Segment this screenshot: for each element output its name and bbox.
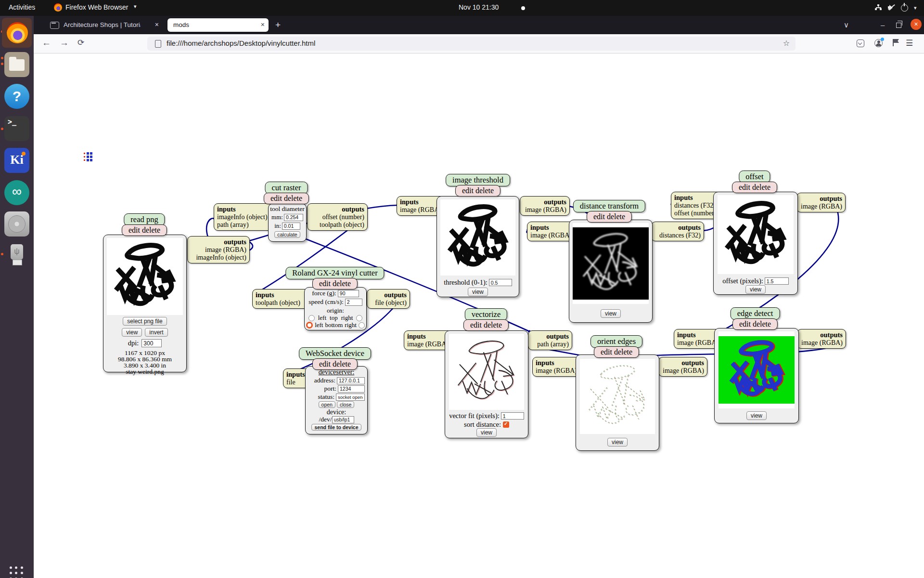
vinyl-cutter-outputs[interactable]: outputs file (object) (367, 289, 410, 309)
back-icon[interactable]: ← (42, 38, 51, 48)
vectorize-outputs[interactable]: outputs path (array) (528, 330, 572, 350)
volume-muted-icon[interactable] (888, 4, 895, 11)
sort-distance-checkbox[interactable] (503, 421, 509, 428)
vinyl-cutter-module: force (g): speed (cm/s): origin: left to… (304, 287, 367, 330)
io-line: imageInfo (object) (191, 254, 246, 262)
origin-bottom-left-radio[interactable] (306, 322, 313, 328)
origin-top-left-radio[interactable] (308, 315, 315, 321)
pocket-icon[interactable] (857, 39, 864, 47)
dock-item-help[interactable]: ? (4, 84, 29, 109)
tab-mods[interactable]: mods × (167, 18, 269, 32)
read-png-outputs[interactable]: outputs image (RGBA) imageInfo (object) (187, 236, 250, 263)
open-button[interactable]: open (319, 401, 335, 408)
io-header: inputs (536, 359, 554, 367)
origin-bottom-right-radio[interactable] (359, 322, 365, 328)
desktop: Activities Firefox Web Browser ▾ Nov 10 … (0, 0, 924, 578)
system-menu-chevron-icon[interactable]: ▾ (914, 5, 917, 11)
restore-button[interactable] (896, 23, 901, 28)
vector-fit-input[interactable] (501, 412, 524, 420)
url-bar[interactable]: file:///home/archshops/Desktop/vinylcutt… (147, 37, 796, 51)
dpi-input[interactable] (141, 339, 162, 347)
speed-input[interactable] (345, 299, 362, 306)
offset-input[interactable] (765, 277, 789, 285)
distance-transform-inputs[interactable]: inputs image (RGBA) (527, 222, 575, 241)
select-png-file-button[interactable]: select png file (123, 317, 167, 326)
image-threshold-outputs[interactable]: outputs image (RGBA) (520, 196, 570, 216)
dock-item-arduino[interactable]: ∞ (4, 180, 29, 205)
extensions-icon[interactable] (893, 39, 894, 46)
image-threshold-view-button[interactable]: view (468, 288, 488, 296)
orient-edges-outputs[interactable]: outputs image (RGBA) (658, 357, 707, 377)
invert-button[interactable]: invert (145, 328, 167, 337)
new-tab-button[interactable]: + (275, 20, 281, 30)
vinyl-cutter-edit-delete[interactable]: edit delete (312, 278, 358, 289)
edge-detect-view-button[interactable]: view (746, 411, 767, 420)
mm-input[interactable] (284, 214, 303, 221)
bookmark-star-icon[interactable]: ☆ (783, 39, 790, 48)
reload-icon[interactable]: ⟳ (77, 38, 84, 48)
files-running-dot (1, 57, 3, 59)
force-input[interactable] (338, 290, 359, 297)
dock-item-terminal[interactable]: >_ (4, 116, 29, 141)
edge-detect-outputs[interactable]: outputs image (RGBA) (797, 329, 846, 349)
cut-raster-outputs[interactable]: outputs offset (number) toolpath (object… (307, 203, 368, 231)
read-png-edit-delete[interactable]: edit delete (122, 224, 167, 236)
vectorize-edit-delete[interactable]: edit delete (463, 319, 509, 331)
dock-item-kicad[interactable]: Ki (4, 148, 29, 173)
network-icon[interactable] (875, 4, 882, 11)
in-input[interactable] (282, 223, 300, 230)
offset-outputs[interactable]: outputs image (RGBA) (796, 193, 846, 212)
distance-transform-outputs[interactable]: outputs distances (F32) (651, 222, 704, 241)
mods-logo-icon[interactable] (83, 152, 93, 162)
device-input[interactable] (332, 416, 354, 423)
offset-view-button[interactable]: view (745, 285, 766, 294)
io-header: inputs (286, 370, 305, 378)
dock-item-disks[interactable] (4, 211, 29, 236)
origin-top-right-radio[interactable] (356, 315, 362, 321)
address-input[interactable] (337, 377, 365, 384)
threshold-input[interactable] (489, 279, 512, 286)
distance-transform-view-button[interactable]: view (601, 309, 621, 318)
dock-item-usb-drive[interactable]: ψ (4, 242, 29, 267)
cut-raster-inputs[interactable]: inputs imageInfo (object) path (array) (214, 203, 274, 231)
origin-label-right-top: right (341, 314, 353, 322)
power-icon[interactable] (901, 4, 908, 12)
close-button[interactable]: close (337, 401, 355, 408)
status-input[interactable] (336, 394, 365, 401)
tab-close-icon[interactable]: × (155, 21, 159, 28)
orient-edges-inputs[interactable]: inputs image (RGBA) (532, 357, 580, 377)
offset-edit-delete[interactable]: edit delete (732, 182, 777, 193)
port-input[interactable] (338, 385, 365, 393)
read-png-view-button[interactable]: view (122, 328, 142, 337)
dock-item-files[interactable] (4, 52, 29, 77)
vinyl-cutter-inputs[interactable]: inputs toolpath (object) (252, 289, 309, 309)
tab-architecture-shops[interactable]: Architecture Shops | Tutorial × (58, 18, 163, 32)
menu-icon[interactable]: ☰ (906, 38, 913, 48)
edge-detect-edit-delete[interactable]: edit delete (732, 318, 778, 330)
activities-button[interactable]: Activities (9, 3, 35, 11)
forward-icon[interactable]: → (60, 38, 69, 48)
io-line: toolpath (object) (310, 221, 364, 229)
threshold-label: threshold (0-1): (444, 278, 488, 287)
image-threshold-edit-delete[interactable]: edit delete (455, 185, 500, 197)
speed-label: speed (cm/s): (308, 298, 343, 306)
minimize-button[interactable]: – (881, 21, 885, 29)
distance-transform-edit-delete[interactable]: edit delete (587, 211, 632, 223)
close-window-button[interactable]: × (911, 19, 922, 30)
tab-close-icon[interactable]: × (261, 21, 265, 28)
send-file-button[interactable]: send file to device (311, 424, 361, 431)
arduino-icon: ∞ (12, 184, 22, 199)
orient-edges-edit-delete[interactable]: edit delete (594, 346, 639, 358)
app-menu-button[interactable]: Firefox Web Browser (65, 3, 128, 11)
clock[interactable]: Nov 10 21:30 (459, 3, 499, 11)
dock-item-firefox[interactable] (2, 18, 32, 48)
io-header: inputs (530, 223, 549, 231)
calculate-button[interactable]: calculate (274, 231, 300, 238)
show-applications-button[interactable] (10, 566, 24, 578)
io-line: distances (F32) (674, 202, 719, 210)
orient-edges-view-button[interactable]: view (607, 438, 628, 447)
vectorize-view-button[interactable]: view (476, 428, 497, 437)
cut-raster-edit-delete[interactable]: edit delete (264, 193, 309, 204)
list-all-tabs-icon[interactable]: ∨ (844, 21, 849, 29)
websocket-edit-delete[interactable]: edit delete (312, 358, 358, 370)
